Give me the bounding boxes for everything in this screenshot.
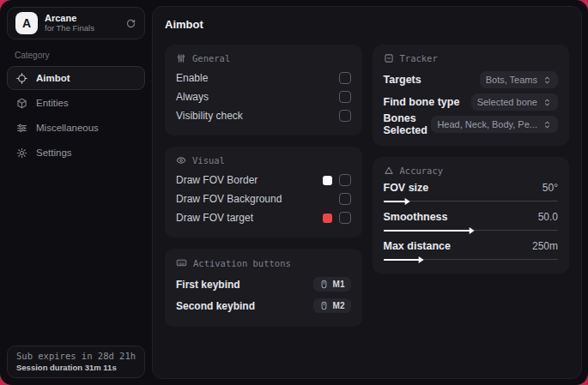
accuracy-card: Accuracy FOV size 50°	[373, 157, 570, 274]
setting-row-visibility-check: Visibility check	[176, 106, 351, 125]
slider-label: Smoothness	[384, 211, 448, 223]
find-bone-type-select[interactable]: Selected bone	[471, 93, 558, 111]
keybind-value: M2	[333, 301, 345, 310]
app-logo: A	[15, 12, 38, 34]
sidebar-nav: Aimbot Entities Miscellaneous	[0, 66, 152, 165]
fov-target-checkbox[interactable]	[339, 212, 351, 224]
card-title: General	[192, 53, 230, 63]
setting-row-fov-border: Draw FOV Border	[176, 171, 351, 189]
session-duration-text: Session duration 31m 11s	[16, 363, 136, 372]
setting-row-find-bone-type: Find bone type Selected bone	[384, 91, 559, 113]
tracker-card: Tracker Targets Bots, Teams	[373, 45, 570, 146]
cube-icon	[16, 98, 27, 109]
chevrons-up-down-icon	[543, 75, 552, 85]
slider-thumb[interactable]	[419, 256, 424, 263]
gear-icon	[16, 147, 27, 159]
activation-card: Activation buttons First keybind M1	[165, 249, 362, 327]
slider-fill	[384, 259, 422, 261]
triangle-icon	[384, 165, 394, 176]
fov-border-color-swatch[interactable]	[323, 176, 332, 185]
fov-size-group: FOV size 50°	[384, 182, 559, 205]
eye-icon	[176, 155, 186, 165]
chevrons-up-down-icon	[543, 120, 552, 129]
sidebar-item-aimbot[interactable]: Aimbot	[7, 66, 145, 90]
slider-value: 250m	[532, 240, 558, 252]
bones-selected-select[interactable]: Head, Neck, Body, Pe...	[431, 116, 558, 133]
slider-thumb[interactable]	[470, 227, 475, 234]
first-keybind-button[interactable]: M1	[313, 277, 351, 292]
fov-border-checkbox[interactable]	[339, 174, 351, 186]
crosshair-icon	[16, 73, 27, 84]
app-name: Arcane	[45, 13, 94, 24]
app-window: A Arcane for The Finals Category Aimbot	[0, 0, 588, 385]
smoothness-group: Smoothness 50.0	[384, 211, 559, 234]
app-header: A Arcane for The Finals	[7, 7, 145, 39]
sidebar-item-settings[interactable]: Settings	[7, 141, 145, 165]
keyboard-icon	[176, 257, 187, 268]
fov-background-checkbox[interactable]	[339, 193, 351, 205]
category-label: Category	[15, 51, 152, 60]
setting-row-second-keybind: Second keybind M2	[176, 295, 351, 316]
chevrons-up-down-icon	[543, 98, 552, 107]
general-card: General Enable Always Visibility check	[165, 45, 362, 135]
sidebar-item-entities[interactable]: Entities	[7, 91, 145, 115]
card-title: Accuracy	[400, 165, 444, 176]
sidebar-item-label: Entities	[36, 98, 69, 108]
setting-row-always: Always	[176, 87, 351, 106]
card-title: Activation buttons	[193, 258, 291, 268]
select-value: Selected bone	[477, 97, 537, 107]
smoothness-slider[interactable]	[384, 226, 559, 234]
sidebar-item-label: Miscellaneous	[36, 123, 99, 133]
setting-row-first-keybind: First keybind M1	[176, 274, 351, 295]
fov-target-color-swatch[interactable]	[323, 214, 332, 223]
main-panel: Aimbot General Enable	[152, 6, 582, 379]
slider-thumb[interactable]	[405, 198, 410, 205]
second-keybind-button[interactable]: M2	[313, 298, 351, 313]
setting-row-fov-target: Draw FOV target	[176, 208, 351, 227]
sidebar-item-label: Aimbot	[36, 73, 70, 83]
setting-row-enable: Enable	[176, 69, 351, 87]
sidebar-item-label: Settings	[36, 147, 72, 158]
refresh-icon[interactable]	[125, 18, 136, 29]
select-value: Head, Neck, Body, Pe...	[437, 119, 537, 129]
sidebar: A Arcane for The Finals Category Aimbot	[0, 0, 152, 385]
slider-fill	[384, 230, 473, 232]
slider-value: 50.0	[538, 211, 558, 223]
visual-card: Visual Draw FOV Border Draw FOV Backgrou…	[165, 147, 362, 238]
max-distance-slider[interactable]	[384, 256, 559, 263]
right-column: Tracker Targets Bots, Teams	[373, 45, 570, 285]
slider-value: 50°	[543, 182, 558, 194]
scan-icon	[384, 53, 394, 63]
visibility-check-checkbox[interactable]	[339, 110, 351, 122]
targets-select[interactable]: Bots, Teams	[480, 71, 558, 88]
max-distance-group: Max distance 250m	[384, 240, 559, 263]
sub-expiry-text: Sub expires in 28d 21h	[16, 351, 136, 361]
left-column: General Enable Always Visibility check	[165, 45, 362, 338]
enable-checkbox[interactable]	[339, 72, 351, 84]
setting-row-bones-selected: Bones Selected Head, Neck, Body, Pe...	[384, 113, 559, 135]
page-title: Aimbot	[165, 18, 569, 31]
fov-size-slider[interactable]	[384, 197, 559, 205]
card-title: Visual	[192, 155, 225, 165]
sidebar-item-miscellaneous[interactable]: Miscellaneous	[7, 116, 145, 140]
mouse-icon	[319, 280, 329, 289]
setting-row-fov-background: Draw FOV Background	[176, 189, 351, 208]
keybind-value: M1	[333, 280, 345, 289]
slider-label: FOV size	[384, 182, 429, 194]
general-icon	[176, 53, 186, 63]
setting-row-targets: Targets Bots, Teams	[384, 69, 559, 91]
sliders-icon	[16, 123, 27, 134]
subscription-box: Sub expires in 28d 21h Session duration …	[7, 346, 145, 378]
slider-label: Max distance	[384, 240, 452, 252]
select-value: Bots, Teams	[486, 75, 537, 85]
app-subtitle: for The Finals	[45, 24, 94, 33]
always-checkbox[interactable]	[339, 91, 351, 103]
card-title: Tracker	[400, 53, 438, 63]
mouse-icon	[319, 301, 329, 310]
